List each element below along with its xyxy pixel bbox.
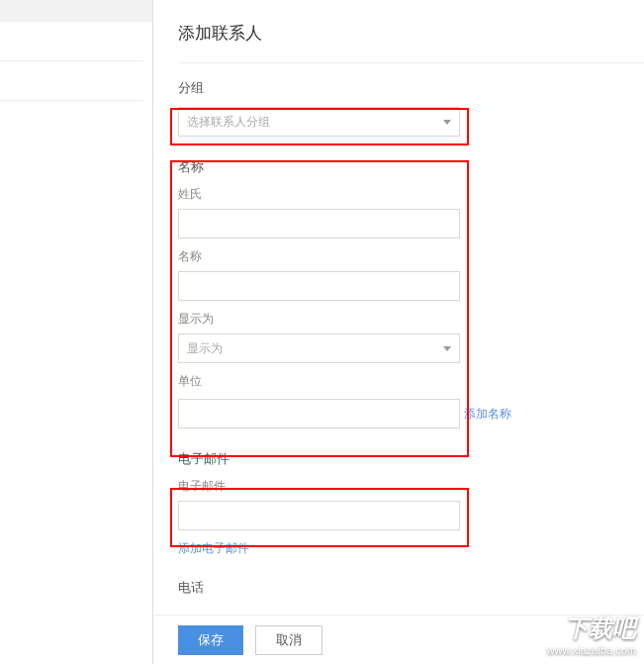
save-button[interactable]: 保存 [178,625,243,655]
group-select[interactable]: 选择联系人分组 [178,107,460,137]
sidebar-item[interactable] [0,61,143,101]
add-email-link[interactable]: 添加电子邮件 [178,540,249,557]
section-email-header: 电子邮件 [178,450,644,468]
given-name-input[interactable] [178,271,460,301]
page-title: 添加联系人 [154,0,644,62]
section-group-header: 分组 [178,79,644,97]
surname-label: 姓氏 [178,186,644,203]
footer-bar: 保存 取消 [154,615,644,664]
sidebar [0,22,153,664]
form-content: 分组 选择联系人分组 名称 姓氏 名称 显示为 显示为 单位 添加名称 电子邮件… [154,57,644,615]
org-input[interactable] [178,399,460,428]
surname-input[interactable] [178,209,460,238]
given-name-label: 名称 [178,248,644,265]
sidebar-item[interactable] [0,22,143,61]
display-as-select[interactable]: 显示为 [178,333,460,363]
display-as-label: 显示为 [178,311,644,328]
chevron-down-icon [443,346,451,351]
section-name-header: 名称 [178,158,644,176]
sidebar-header [0,0,153,22]
email-input[interactable] [178,501,460,530]
section-phone-header: 电话 [178,579,644,597]
chevron-down-icon [443,120,451,125]
main-panel: 添加联系人 分组 选择联系人分组 名称 姓氏 名称 显示为 显示为 单位 添加名… [154,0,644,664]
org-label: 单位 [178,373,644,390]
add-name-link[interactable]: 添加名称 [464,406,511,423]
cancel-button[interactable]: 取消 [255,625,322,655]
email-label: 电子邮件 [178,478,644,495]
group-select-placeholder: 选择联系人分组 [187,114,270,131]
display-as-placeholder: 显示为 [187,340,223,357]
